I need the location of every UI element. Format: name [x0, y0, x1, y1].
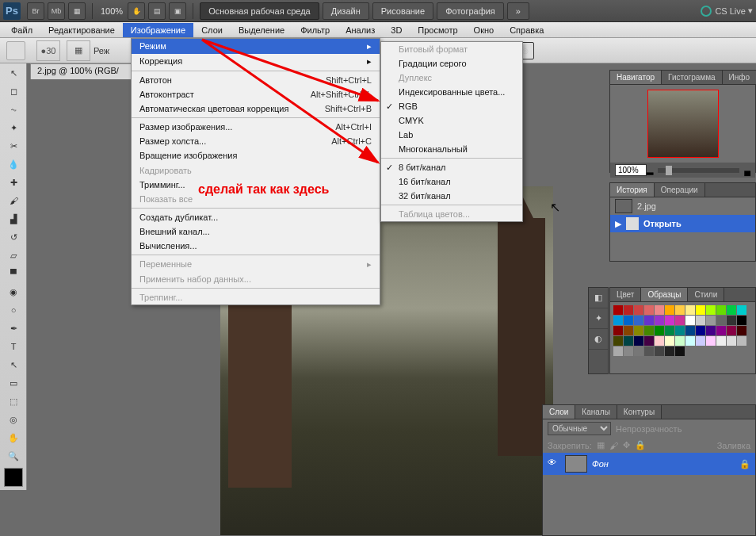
workspace-photography[interactable]: Фотография: [437, 2, 504, 20]
swatch[interactable]: [727, 326, 736, 335]
swatch[interactable]: [634, 346, 643, 356]
submenu-item[interactable]: 16 бит/канал: [381, 174, 522, 189]
eyedropper-tool[interactable]: 💧: [2, 155, 25, 173]
workspace-painting[interactable]: Рисование: [372, 2, 433, 20]
layer-row[interactable]: 👁 Фон 🔒: [543, 453, 755, 475]
menu-item[interactable]: Размер холста...Alt+Ctrl+C: [132, 134, 380, 148]
swatch[interactable]: [675, 326, 685, 335]
adjustments-icon[interactable]: ✦: [589, 308, 608, 329]
swatch[interactable]: [727, 316, 736, 325]
menu-3d[interactable]: 3D: [383, 23, 410, 37]
menu-select[interactable]: Выделение: [231, 23, 292, 37]
swatch[interactable]: [716, 336, 726, 346]
swatch[interactable]: [696, 305, 705, 315]
lock-position-icon[interactable]: ✥: [623, 440, 630, 450]
move-tool[interactable]: ↖: [2, 64, 25, 82]
swatch[interactable]: [665, 336, 674, 346]
lock-pixels-icon[interactable]: 🖌: [609, 441, 618, 450]
navigator-zoom-input[interactable]: [615, 164, 647, 176]
swatch[interactable]: [644, 316, 654, 325]
swatch[interactable]: [634, 326, 643, 335]
menu-item[interactable]: Вычисления...: [132, 239, 380, 253]
menu-help[interactable]: Справка: [502, 23, 552, 37]
swatch[interactable]: [685, 336, 695, 346]
current-tool-icon[interactable]: [6, 41, 25, 60]
zoom-slider[interactable]: [658, 168, 739, 173]
menu-image[interactable]: Изображение: [123, 23, 193, 37]
wand-tool[interactable]: ✦: [2, 119, 25, 136]
submenu-item[interactable]: Градации серого: [381, 56, 522, 71]
swatch[interactable]: [706, 316, 716, 325]
zoom-in-icon[interactable]: ▄: [744, 166, 750, 175]
tab-paths[interactable]: Контуры: [617, 405, 662, 419]
workspace-more[interactable]: »: [507, 2, 529, 20]
hand-tool-icon[interactable]: ✋: [128, 2, 145, 20]
workspace-essentials[interactable]: Основная рабочая среда: [200, 2, 319, 20]
3d-tool[interactable]: ⬚: [2, 392, 25, 410]
menu-item[interactable]: Внешний канал...: [132, 224, 380, 239]
menu-item[interactable]: АвтотонShift+Ctrl+L: [132, 73, 380, 87]
tab-channels[interactable]: Каналы: [575, 405, 617, 419]
submenu-item[interactable]: CMYK: [381, 113, 522, 128]
masks-icon[interactable]: ◐: [589, 329, 608, 350]
tab-color[interactable]: Цвет: [610, 288, 641, 301]
swatch[interactable]: [696, 326, 705, 335]
swatch[interactable]: [655, 305, 664, 315]
marquee-tool[interactable]: ◻: [2, 82, 25, 100]
submenu-item[interactable]: Многоканальный: [381, 142, 522, 156]
tab-actions[interactable]: Операции: [655, 183, 705, 197]
arrange-docs-icon[interactable]: ▤: [148, 2, 166, 20]
tab-histogram[interactable]: Гистограмма: [662, 71, 723, 84]
swatch[interactable]: [737, 305, 746, 315]
swatch[interactable]: [613, 336, 623, 346]
brush-tool[interactable]: 🖌: [2, 192, 25, 209]
brush-preset[interactable]: ●30: [36, 40, 60, 61]
swatch[interactable]: [624, 346, 633, 356]
stamp-tool[interactable]: ▟: [2, 210, 25, 228]
workspace-design[interactable]: Дизайн: [323, 2, 369, 20]
swatch[interactable]: [727, 305, 736, 315]
swatch[interactable]: [624, 326, 633, 335]
swatch[interactable]: [716, 305, 726, 315]
swatch[interactable]: [613, 316, 623, 325]
swatch[interactable]: [665, 326, 674, 335]
swatch[interactable]: [613, 326, 623, 335]
gradient-tool[interactable]: ▀: [2, 265, 25, 282]
path-select-tool[interactable]: ↖: [2, 356, 25, 373]
swatch[interactable]: [706, 326, 716, 335]
3d-camera-tool[interactable]: ◎: [2, 411, 25, 428]
menu-edit[interactable]: Редактирование: [40, 23, 123, 37]
tab-layers[interactable]: Слои: [543, 405, 575, 419]
swatch[interactable]: [696, 316, 705, 325]
pen-tool[interactable]: ✒: [2, 320, 25, 337]
color-picker-icon[interactable]: ◧: [589, 288, 608, 308]
swatch[interactable]: [737, 336, 746, 346]
swatch[interactable]: [665, 316, 674, 325]
visibility-icon[interactable]: 👁: [548, 458, 560, 470]
swatch[interactable]: [613, 305, 623, 315]
screen-mode-icon[interactable]: ▣: [169, 2, 186, 20]
swatch[interactable]: [644, 336, 654, 346]
history-step-row[interactable]: ▶ Открыть: [610, 215, 755, 232]
heal-tool[interactable]: ✚: [2, 174, 25, 191]
blend-mode-select[interactable]: Обычные: [548, 422, 611, 435]
menu-item[interactable]: Вращение изображения▸: [132, 148, 380, 163]
swatch[interactable]: [675, 316, 685, 325]
swatch[interactable]: [624, 305, 633, 315]
swatch[interactable]: [655, 316, 664, 325]
zoom-out-icon[interactable]: ▂: [647, 165, 653, 175]
eraser-tool[interactable]: ▱: [2, 247, 25, 264]
tab-navigator[interactable]: Навигатор: [610, 71, 662, 84]
history-doc-row[interactable]: 2.jpg: [610, 197, 755, 215]
swatch[interactable]: [685, 326, 695, 335]
dodge-tool[interactable]: ○: [2, 301, 25, 319]
submenu-item[interactable]: ✓8 бит/канал: [381, 160, 522, 174]
swatch[interactable]: [706, 336, 716, 346]
menu-file[interactable]: Файл: [3, 23, 40, 37]
menu-layer[interactable]: Слои: [193, 23, 231, 37]
blur-tool[interactable]: ◉: [2, 283, 25, 301]
hand-tool[interactable]: ✋: [2, 429, 25, 446]
swatch[interactable]: [737, 316, 746, 325]
swatch[interactable]: [675, 346, 685, 356]
lock-transparent-icon[interactable]: ▦: [597, 440, 605, 450]
